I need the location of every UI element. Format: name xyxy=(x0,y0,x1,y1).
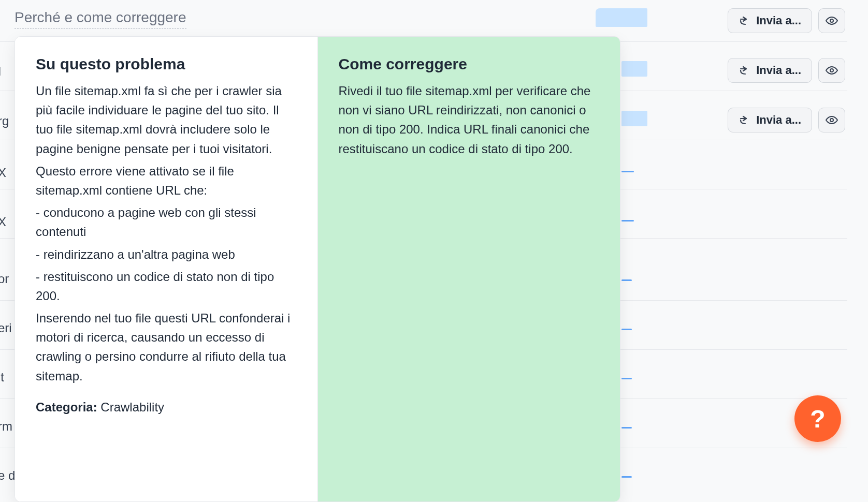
category-label: Categoria: xyxy=(36,400,97,414)
row-actions: Invia a... xyxy=(728,58,845,83)
about-issue-panel: Su questo problema Un file sitemap.xml f… xyxy=(15,37,318,501)
truncated-label: lt xyxy=(0,370,15,385)
share-arrow-icon xyxy=(739,114,751,126)
truncated-label: rm xyxy=(0,419,15,434)
share-arrow-icon xyxy=(739,14,751,27)
sparkline xyxy=(621,427,632,429)
eye-icon xyxy=(826,14,838,27)
sparkline xyxy=(621,378,632,379)
chart-bar xyxy=(621,61,647,77)
about-bullet: - reindirizzano a un'altra pagina web xyxy=(36,245,297,264)
fix-heading: Come correggere xyxy=(339,55,600,73)
share-arrow-icon xyxy=(739,64,751,77)
row-actions: Invia a... xyxy=(728,108,845,132)
chart-bar xyxy=(621,111,647,126)
issue-explanation-popover: Su questo problema Un file sitemap.xml f… xyxy=(15,36,620,502)
send-to-label: Invia a... xyxy=(756,64,801,77)
category-value: Crawlability xyxy=(100,400,164,414)
row-actions: Invia a... xyxy=(728,8,845,33)
view-button[interactable] xyxy=(818,8,845,33)
svg-point-0 xyxy=(830,19,833,22)
why-and-how-link[interactable]: Perché e come correggere xyxy=(15,9,186,28)
help-icon: ? xyxy=(810,405,825,433)
truncated-label: X xyxy=(0,166,15,180)
about-paragraph: Questo errore viene attivato se il file … xyxy=(36,161,297,200)
how-to-fix-panel: Come correggere Rivedi il tuo file sitem… xyxy=(318,37,620,501)
truncated-label: X xyxy=(0,215,15,229)
chart-bar xyxy=(596,8,647,27)
view-button[interactable] xyxy=(818,58,845,83)
view-button[interactable] xyxy=(818,108,845,132)
fix-paragraph: Rivedi il tuo file sitemap.xml per verif… xyxy=(339,81,600,158)
about-paragraph: Un file sitemap.xml fa sì che per i craw… xyxy=(36,81,297,158)
send-to-button[interactable]: Invia a... xyxy=(728,8,812,33)
about-bullet: - restituiscono un codice di stato non d… xyxy=(36,267,297,305)
eye-icon xyxy=(826,64,838,77)
truncated-label: eri xyxy=(0,321,15,335)
svg-point-1 xyxy=(830,69,833,72)
truncated-label: I xyxy=(0,64,15,79)
sparkline xyxy=(621,279,632,281)
truncated-label: e d xyxy=(0,468,15,483)
send-to-label: Invia a... xyxy=(756,14,801,27)
help-fab[interactable]: ? xyxy=(794,395,841,442)
sparkline xyxy=(621,220,634,222)
about-bullet: - conducono a pagine web con gli stessi … xyxy=(36,203,297,241)
svg-point-2 xyxy=(830,119,833,122)
sparkline xyxy=(621,329,632,330)
truncated-label: rg xyxy=(0,114,15,128)
eye-icon xyxy=(826,114,838,126)
send-to-label: Invia a... xyxy=(756,113,801,127)
about-paragraph: Inserendo nel tuo file questi URL confon… xyxy=(36,308,297,386)
sparkline xyxy=(621,171,634,172)
about-heading: Su questo problema xyxy=(36,55,297,73)
send-to-button[interactable]: Invia a... xyxy=(728,108,812,132)
send-to-button[interactable]: Invia a... xyxy=(728,58,812,83)
sparkline xyxy=(621,476,632,478)
issue-category: Categoria: Crawlability xyxy=(36,400,297,415)
truncated-label: or xyxy=(0,272,15,286)
